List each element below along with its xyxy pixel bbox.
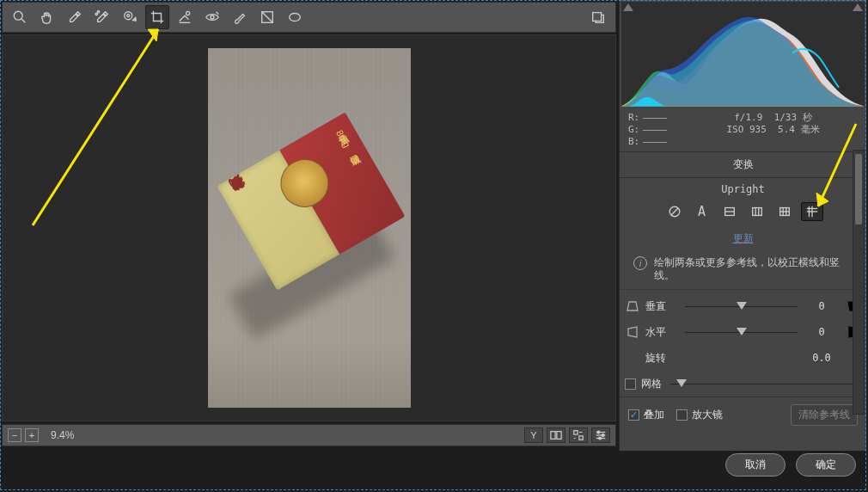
label-grid: 网格 <box>641 377 662 391</box>
svg-point-0 <box>14 11 22 20</box>
upright-level[interactable] <box>718 202 741 221</box>
value-rotate: 0.0 <box>803 352 840 364</box>
ok-button[interactable]: 确定 <box>796 453 856 477</box>
svg-rect-14 <box>557 432 561 440</box>
svg-line-8 <box>217 12 219 15</box>
exif-shutter: 1/33 秒 <box>774 112 812 123</box>
loupe-checkbox[interactable] <box>676 409 688 421</box>
svg-rect-12 <box>593 13 602 22</box>
brush-tool[interactable] <box>228 5 252 29</box>
svg-rect-27 <box>752 208 761 216</box>
hint-text: 绘制两条或更多参考线，以校正横线和竖线。 <box>654 256 853 282</box>
label-overlay: 叠加 <box>644 408 664 422</box>
upright-auto[interactable]: A <box>691 202 713 221</box>
label-g: G: <box>628 124 639 136</box>
zoom-tool[interactable] <box>8 5 32 29</box>
label-b: B: <box>628 136 639 148</box>
upright-vertical[interactable] <box>746 202 768 221</box>
crop-tool[interactable] <box>145 5 169 29</box>
radial-tool[interactable] <box>283 5 307 29</box>
color-sampler-tool[interactable] <box>90 5 114 29</box>
label-rotate: 旋转 <box>645 351 680 366</box>
panel-scrollbar[interactable] <box>853 150 865 415</box>
slider-horizontal[interactable]: 水平 0 <box>625 319 861 345</box>
dialog-buttons: 取消 确定 <box>617 443 863 487</box>
view-y-button[interactable]: Y <box>524 427 543 443</box>
svg-point-22 <box>599 437 602 440</box>
svg-point-11 <box>290 14 301 22</box>
redeye-tool[interactable] <box>200 5 224 29</box>
target-adjust-tool[interactable] <box>118 5 142 29</box>
slider-vertical[interactable]: 垂直 0 <box>625 293 861 319</box>
photo-preview: 黄鹤楼 焦油量 8mg 烟碱量 <box>208 48 411 408</box>
bottom-options: 叠加 放大镜 清除参考线 <box>620 397 866 433</box>
value-vertical: 0 <box>803 300 840 312</box>
swap-button[interactable] <box>569 427 588 443</box>
value-horizontal: 0 <box>803 326 840 338</box>
sliders-section: 垂直 0 水平 0 旋转 0.0 网格 <box>620 290 866 397</box>
svg-point-5 <box>127 15 130 17</box>
label-r: R: <box>628 112 639 124</box>
zoom-in-button[interactable]: + <box>25 428 39 442</box>
svg-point-4 <box>125 12 132 20</box>
right-panel: R: G: B: f/1.9 1/33 秒 ISO 935 5.4 毫米 变换 … <box>619 0 866 451</box>
upright-title: Upright <box>620 183 866 195</box>
upright-guided[interactable] <box>801 202 823 221</box>
svg-rect-15 <box>574 431 578 434</box>
slider-rotate[interactable]: 旋转 0.0 <box>625 345 861 371</box>
top-toolbar <box>2 2 616 33</box>
section-title-transform: 变换 <box>620 152 866 178</box>
svg-point-3 <box>95 13 97 15</box>
svg-rect-13 <box>551 432 555 440</box>
update-link[interactable]: 更新 <box>620 228 866 253</box>
exif-iso: ISO 935 <box>726 124 766 135</box>
svg-rect-16 <box>579 436 583 440</box>
svg-line-1 <box>21 19 25 22</box>
histogram[interactable] <box>621 2 865 107</box>
label-vertical: 垂直 <box>645 299 680 314</box>
exif-aperture: f/1.9 <box>734 112 762 123</box>
overlay-cycle-icon[interactable] <box>586 5 610 29</box>
eyedropper-tool[interactable] <box>63 5 87 29</box>
info-icon: i <box>633 256 647 270</box>
upright-off[interactable] <box>663 202 686 221</box>
label-loupe: 放大镜 <box>692 408 723 422</box>
svg-line-10 <box>262 12 273 23</box>
hand-tool[interactable] <box>35 5 59 29</box>
svg-line-24 <box>671 208 678 215</box>
svg-point-6 <box>186 11 190 15</box>
slider-grid[interactable]: 网格 <box>625 371 861 397</box>
compare-button[interactable] <box>547 427 565 443</box>
label-horizontal: 水平 <box>645 325 680 340</box>
settings-sliders-button[interactable] <box>591 427 610 443</box>
status-bar: − + 9.4% Y <box>2 424 616 446</box>
clear-guides-button[interactable]: 清除参考线 <box>791 404 858 426</box>
image-canvas[interactable]: 黄鹤楼 焦油量 8mg 烟碱量 <box>2 34 616 421</box>
upright-full[interactable] <box>773 202 796 221</box>
svg-point-2 <box>97 11 99 13</box>
upright-section: Upright A <box>620 178 866 228</box>
cancel-button[interactable]: 取消 <box>725 453 785 477</box>
keystone-left-icon <box>625 325 640 339</box>
keystone-bottom-icon <box>625 299 640 313</box>
zoom-out-button[interactable]: − <box>8 428 21 442</box>
svg-point-20 <box>597 431 600 434</box>
grid-checkbox[interactable] <box>625 378 636 390</box>
info-readout: R: G: B: f/1.9 1/33 秒 ISO 935 5.4 毫米 <box>620 107 866 152</box>
exif-focal: 5.4 毫米 <box>778 124 820 135</box>
zoom-level: 9.4% <box>51 429 74 441</box>
overlay-checkbox[interactable] <box>628 409 639 421</box>
svg-point-7 <box>211 15 214 19</box>
svg-point-21 <box>602 434 604 437</box>
gradient-tool[interactable] <box>255 5 279 29</box>
hint-row: i 绘制两条或更多参考线，以校正横线和竖线。 <box>620 253 866 290</box>
spot-removal-tool[interactable] <box>173 5 197 29</box>
